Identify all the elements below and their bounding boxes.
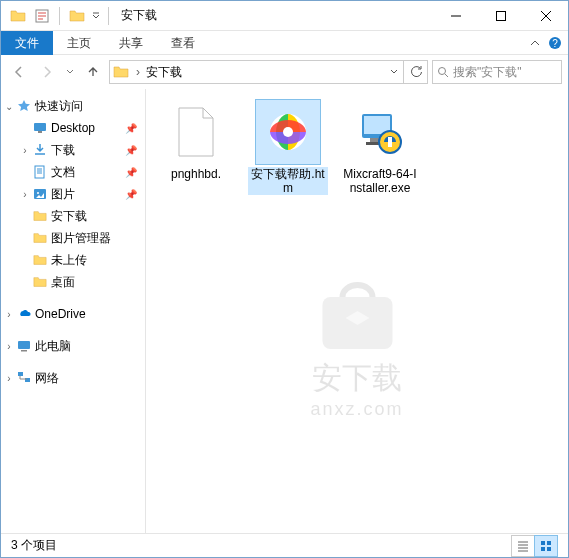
breadcrumb-chevron[interactable]: › <box>132 65 144 79</box>
pin-icon: 📌 <box>125 189 145 200</box>
navigation-pane: ⌄ 快速访问 Desktop 📌 › 下载 📌 文档 📌 › 图片 📌 <box>1 89 146 533</box>
quick-access-toolbar <box>1 5 113 27</box>
pin-icon: 📌 <box>125 145 145 156</box>
tab-share[interactable]: 共享 <box>105 31 157 55</box>
file-label: Mixcraft9-64-Installer.exe <box>340 167 420 195</box>
folder-icon <box>31 209 49 223</box>
chevron-right-icon[interactable]: › <box>19 189 31 200</box>
address-dropdown[interactable] <box>383 68 403 76</box>
svg-rect-11 <box>21 350 27 352</box>
body: ⌄ 快速访问 Desktop 📌 › 下载 📌 文档 📌 › 图片 📌 <box>1 89 568 533</box>
svg-point-9 <box>37 192 39 194</box>
search-icon <box>437 66 449 78</box>
pin-icon: 📌 <box>125 167 145 178</box>
file-icon-htm <box>255 99 321 165</box>
up-button[interactable] <box>81 60 105 84</box>
nav-quick-access[interactable]: ⌄ 快速访问 <box>1 95 145 117</box>
breadcrumb-item[interactable]: 安下载 <box>144 61 184 83</box>
svg-rect-5 <box>34 123 46 131</box>
documents-icon <box>31 165 49 179</box>
chevron-right-icon[interactable]: › <box>3 309 15 320</box>
file-item[interactable]: pnghhbd. <box>156 99 236 181</box>
view-details-button[interactable] <box>511 535 535 557</box>
downloads-icon <box>31 143 49 157</box>
nav-item-desktop[interactable]: Desktop 📌 <box>1 117 145 139</box>
file-icon-exe <box>347 99 413 165</box>
item-count: 3 个项目 <box>11 537 57 554</box>
file-item[interactable]: Mixcraft9-64-Installer.exe <box>340 99 420 195</box>
file-label: pnghhbd. <box>169 167 223 181</box>
star-icon <box>15 99 33 113</box>
titlebar: 安下载 <box>1 1 568 31</box>
nav-this-pc[interactable]: › 此电脑 <box>1 335 145 357</box>
tab-file[interactable]: 文件 <box>1 31 53 55</box>
folder-icon <box>7 5 29 27</box>
desktop-icon <box>31 121 49 135</box>
nav-item-folder[interactable]: 未上传 <box>1 249 145 271</box>
svg-rect-10 <box>18 341 30 349</box>
nav-onedrive[interactable]: › OneDrive <box>1 303 145 325</box>
file-list[interactable]: pnghhbd. 安下载帮助.htm <box>146 89 568 533</box>
network-icon <box>15 371 33 385</box>
nav-item-folder[interactable]: 安下载 <box>1 205 145 227</box>
tab-home[interactable]: 主页 <box>53 31 105 55</box>
status-bar: 3 个项目 <box>1 533 568 557</box>
nav-item-folder[interactable]: 图片管理器 <box>1 227 145 249</box>
pictures-icon <box>31 187 49 201</box>
svg-rect-23 <box>541 541 545 545</box>
pc-icon <box>15 339 33 353</box>
refresh-button[interactable] <box>403 61 427 83</box>
svg-rect-12 <box>18 372 23 376</box>
nav-item-downloads[interactable]: › 下载 📌 <box>1 139 145 161</box>
chevron-right-icon[interactable]: › <box>19 145 31 156</box>
nav-network[interactable]: › 网络 <box>1 367 145 389</box>
svg-rect-1 <box>496 11 505 20</box>
nav-item-folder[interactable]: 桌面 <box>1 271 145 293</box>
folder-icon <box>31 231 49 245</box>
recent-dropdown[interactable] <box>63 60 77 84</box>
svg-text:?: ? <box>552 38 558 49</box>
forward-button[interactable] <box>35 60 59 84</box>
svg-rect-26 <box>547 547 551 551</box>
folder-icon <box>31 253 49 267</box>
separator <box>108 7 109 25</box>
chevron-right-icon[interactable]: › <box>3 373 15 384</box>
folder-icon <box>31 275 49 289</box>
nav-item-pictures[interactable]: › 图片 📌 <box>1 183 145 205</box>
ribbon-tabs: 文件 主页 共享 查看 ? <box>1 31 568 55</box>
address-input[interactable]: › 安下载 <box>109 60 428 84</box>
svg-rect-7 <box>35 166 44 178</box>
window-controls <box>433 1 568 30</box>
watermark: 安下载 anxz.com <box>310 279 403 420</box>
separator <box>59 7 60 25</box>
file-icon-blank <box>163 99 229 165</box>
minimize-button[interactable] <box>433 1 478 30</box>
search-placeholder: 搜索"安下载" <box>453 64 522 81</box>
window-title: 安下载 <box>121 7 157 24</box>
svg-point-4 <box>439 68 446 75</box>
properties-icon[interactable] <box>31 5 53 27</box>
close-button[interactable] <box>523 1 568 30</box>
maximize-button[interactable] <box>478 1 523 30</box>
ribbon-expand-icon[interactable] <box>530 38 540 48</box>
nav-item-documents[interactable]: 文档 📌 <box>1 161 145 183</box>
chevron-down-icon[interactable]: ⌄ <box>3 101 15 112</box>
svg-point-15 <box>283 127 293 137</box>
chevron-right-icon[interactable]: › <box>3 341 15 352</box>
tab-view[interactable]: 查看 <box>157 31 209 55</box>
file-label: 安下载帮助.htm <box>248 167 328 195</box>
chevron-down-icon[interactable] <box>90 5 102 27</box>
svg-rect-25 <box>541 547 545 551</box>
svg-rect-21 <box>388 137 392 147</box>
cloud-icon <box>15 307 33 321</box>
qat-dropdown-icon[interactable] <box>66 5 88 27</box>
view-icons-button[interactable] <box>534 535 558 557</box>
file-item[interactable]: 安下载帮助.htm <box>248 99 328 195</box>
pin-icon: 📌 <box>125 123 145 134</box>
address-bar: › 安下载 搜索"安下载" <box>1 55 568 89</box>
back-button[interactable] <box>7 60 31 84</box>
folder-icon <box>110 64 132 80</box>
help-icon[interactable]: ? <box>548 36 562 50</box>
svg-rect-6 <box>38 131 42 133</box>
search-input[interactable]: 搜索"安下载" <box>432 60 562 84</box>
